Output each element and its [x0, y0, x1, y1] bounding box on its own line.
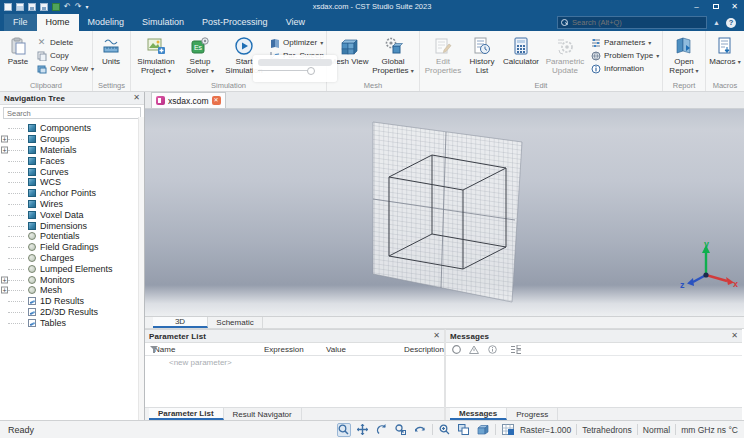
info-filter-icon[interactable] [487, 344, 497, 354]
menu-tab[interactable]: Simulation [133, 14, 193, 31]
optimizer-button[interactable]: Optimizer ▾ [267, 36, 326, 49]
import-icon[interactable] [52, 3, 60, 11]
close-button[interactable]: ✕ [725, 0, 744, 13]
history-list-button[interactable]: History List [464, 33, 500, 77]
save-icon[interactable] [28, 3, 36, 11]
tree-item[interactable]: Charges [0, 253, 144, 264]
parameters-button[interactable]: Parameters ▾ [588, 36, 661, 49]
3d-viewport[interactable]: y x z [145, 109, 744, 316]
delete-button[interactable]: ✕ Delete [34, 36, 96, 49]
new-parameter-row[interactable]: <new parameter> [145, 356, 444, 368]
menu-tab[interactable]: Modeling [79, 14, 134, 31]
undo-icon[interactable]: ↶ [64, 3, 71, 11]
status-render-mode[interactable]: Normal [643, 425, 670, 435]
rotate-tool-icon[interactable] [375, 423, 389, 437]
zoom-select-icon[interactable] [394, 423, 408, 437]
tree-search-input[interactable] [7, 109, 137, 118]
bounding-box-icon[interactable] [476, 423, 490, 437]
panel-tab[interactable]: Result Navigator [224, 408, 302, 420]
view-tab[interactable]: Schematic [208, 317, 263, 328]
redo-icon[interactable]: ↷ [75, 3, 82, 11]
save-all-icon[interactable] [40, 3, 48, 11]
tree-item[interactable]: Curves [0, 166, 144, 177]
document-tab-close-icon[interactable]: ✕ [212, 96, 221, 105]
expand-icon[interactable] [1, 276, 8, 283]
error-filter-icon[interactable] [451, 344, 461, 354]
macros-button[interactable]: Macros ▾ [708, 33, 742, 68]
zoom-fit-icon[interactable] [438, 423, 452, 437]
view-list-icon[interactable] [511, 344, 521, 354]
calculator-button[interactable]: Calculator [500, 33, 542, 68]
warning-filter-icon[interactable] [469, 344, 479, 354]
minimize-button[interactable]: – [687, 0, 706, 13]
expand-icon[interactable] [1, 146, 8, 153]
tree-item[interactable]: Potentials [0, 231, 144, 242]
tree-item[interactable]: Anchor Points [0, 188, 144, 199]
tree-item[interactable]: Dimensions [0, 220, 144, 231]
maximize-button[interactable] [706, 0, 725, 13]
help-icon[interactable]: ? [726, 18, 736, 28]
qat-menu-icon[interactable]: ▾ [85, 3, 88, 11]
expand-icon[interactable] [1, 287, 8, 294]
edit-properties-button[interactable]: Edit Properties [422, 33, 464, 77]
parameter-list-close-icon[interactable]: ✕ [433, 332, 440, 340]
tree-search-box[interactable] [3, 107, 141, 119]
panel-tab[interactable]: Messages [450, 408, 507, 420]
parametric-update-button[interactable]: Parametric Update [542, 33, 588, 77]
search-input[interactable] [572, 18, 700, 27]
simulation-project-button[interactable]: Simulation Project ▾ [133, 33, 179, 77]
column-header[interactable]: Expression [264, 345, 326, 354]
messages-close-icon[interactable]: ✕ [731, 332, 738, 340]
column-header[interactable]: Value [326, 345, 404, 354]
collapse-ribbon-icon[interactable]: ▲ [713, 19, 720, 26]
view-tab[interactable]: 3D [153, 317, 208, 328]
paste-button[interactable]: Paste [2, 33, 34, 68]
document-tab[interactable]: xsdax.com ✕ [151, 92, 226, 108]
menu-tab[interactable]: Home [37, 14, 79, 31]
rotate-view-icon[interactable] [413, 423, 427, 437]
tree-item[interactable]: Components [0, 123, 144, 134]
status-mesh-type[interactable]: Tetrahedrons [582, 425, 632, 435]
tree-item[interactable]: Groups [0, 134, 144, 145]
new-file-icon[interactable] [4, 3, 12, 11]
column-header[interactable]: Name [154, 345, 264, 354]
panel-tab[interactable]: Progress [507, 408, 558, 420]
open-report-button[interactable]: Open Report ▾ [665, 33, 703, 77]
menu-tab[interactable]: View [277, 14, 314, 31]
tree-item[interactable]: 2D/3D Results [0, 307, 144, 318]
tree-item[interactable]: Mesh [0, 285, 144, 296]
menu-tab[interactable]: Post-Processing [193, 14, 277, 31]
tree-item[interactable]: Tables [0, 317, 144, 328]
tree-item[interactable]: 1D Results [0, 296, 144, 307]
panel-tab[interactable]: Parameter List [149, 408, 224, 420]
search-box[interactable] [557, 16, 707, 29]
status-units[interactable]: mm GHz ns °C [681, 425, 738, 435]
units-button[interactable]: Units [95, 33, 127, 68]
copy-button[interactable]: Copy [34, 49, 96, 62]
problem-type-button[interactable]: Problem Type ▾ [588, 49, 661, 62]
information-button[interactable]: Information [588, 62, 661, 75]
global-properties-button[interactable]: Global Properties ▾ [369, 33, 417, 77]
tree-item[interactable]: Voxel Data [0, 209, 144, 220]
mesh-update-icon[interactable] [501, 423, 515, 437]
copy-view-button[interactable]: Copy View ▾ [34, 62, 96, 75]
menu-tab[interactable]: File [4, 14, 37, 31]
expand-icon[interactable] [1, 136, 8, 143]
open-file-icon[interactable] [16, 3, 24, 11]
tree-item[interactable]: Materials [0, 145, 144, 156]
parameter-table-body[interactable] [145, 368, 444, 407]
split-windows-icon[interactable] [457, 423, 471, 437]
status-raster[interactable]: Raster=1.000 [520, 425, 571, 435]
tree-item[interactable]: Wires [0, 199, 144, 210]
tree-item[interactable]: Field Gradings [0, 242, 144, 253]
tree-item[interactable]: Faces [0, 155, 144, 166]
tree-scrollbar[interactable] [138, 117, 144, 420]
setup-solver-button[interactable]: Es Setup Solver ▾ [179, 33, 221, 77]
tree-item[interactable]: WCS [0, 177, 144, 188]
zoom-tool-icon[interactable] [337, 423, 351, 437]
tree-item[interactable]: Lumped Elements [0, 263, 144, 274]
pan-tool-icon[interactable] [356, 423, 370, 437]
navigation-tree-close-icon[interactable]: ✕ [133, 94, 140, 102]
messages-body[interactable] [446, 356, 742, 407]
tree-item[interactable]: Monitors [0, 274, 144, 285]
